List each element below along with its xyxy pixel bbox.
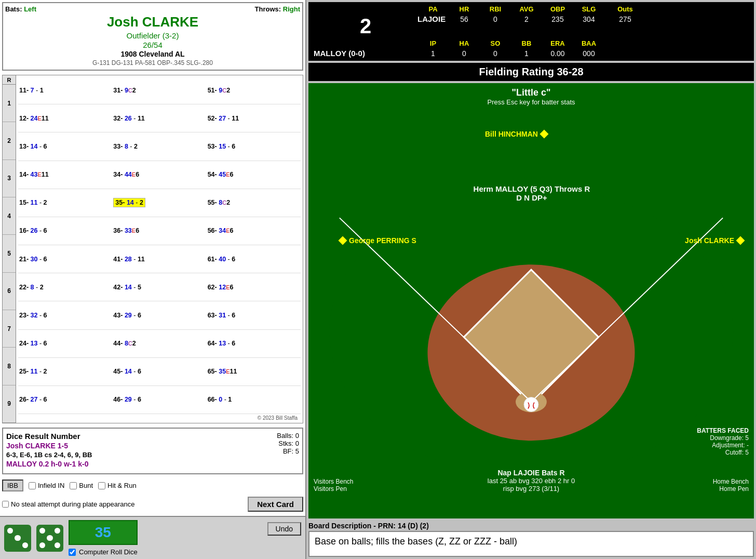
- board-description-area: Board Description - PRN: 14 (D) (2) Base…: [308, 521, 754, 557]
- little-c-title: "Little c" Press Esc key for batter stat…: [308, 87, 754, 106]
- header-obp: OBP: [542, 5, 573, 13]
- row-7: 7: [3, 310, 16, 348]
- dice-result-section: Dice Result Number Josh CLARKE 1-5 6-3, …: [2, 428, 303, 474]
- scoreboard-header: PA HR RBI AVG OBP SLG Outs: [314, 5, 749, 13]
- entry-21: 21- 30 - 6: [18, 256, 112, 263]
- stks-val: 0: [295, 440, 299, 447]
- hit-run-label[interactable]: Hit & Run: [98, 482, 137, 489]
- entry-66: 66- 0 - 1: [207, 396, 301, 403]
- row-1: 1: [3, 85, 16, 122]
- bats-label: Bats:: [5, 5, 22, 13]
- bf-label: BF:: [283, 447, 293, 455]
- row-8: 8: [3, 348, 16, 385]
- batter-rbi: 2: [511, 15, 542, 23]
- ibb-button[interactable]: IBB: [2, 480, 23, 491]
- throws-info: Throws: Right: [255, 5, 300, 13]
- entry-64: 64- 13 - 6: [207, 340, 301, 347]
- entry-35: 35- 14 - 2: [112, 199, 206, 206]
- batter-row: LAJOIE 56 0 2 235 304 275 2: [314, 15, 749, 38]
- rf-diamond: [736, 236, 745, 245]
- bats-info: Bats: Left: [5, 5, 36, 13]
- batter-info: Nap LAJOIE Bats R last 25 ab bvg 320 ebh…: [488, 469, 575, 493]
- batter-pa: 56: [449, 15, 480, 23]
- player-card: Bats: Left Throws: Right Josh CLARKE Out…: [2, 2, 303, 71]
- pitcher-ip: 1: [417, 49, 449, 58]
- row-5: 5: [3, 235, 16, 272]
- no-steal-label[interactable]: No steal attempt during plate appearance: [2, 500, 135, 508]
- no-steal-row: No steal attempt during plate appearance…: [2, 497, 303, 512]
- entry-43: 43- 29 - 6: [112, 312, 206, 319]
- card-row-11: 25- 11 - 2 45- 14 - 6 65- 35E11: [18, 358, 301, 386]
- entry-52: 52- 27 - 11: [207, 115, 301, 122]
- entry-46: 46- 29 - 6: [112, 396, 206, 403]
- card-row-4: 14- 43E11 34- 44E6 54- 45E6: [18, 161, 301, 189]
- batter-slg: 275: [604, 15, 646, 23]
- undo-button[interactable]: Undo: [267, 522, 301, 536]
- left-panel: Bats: Left Throws: Right Josh CLARKE Out…: [0, 0, 306, 559]
- dice-stats: Balls: 0 Stks: 0 BF: 5: [277, 432, 299, 455]
- dot-1: [7, 528, 13, 534]
- entry-32: 32- 26 - 11: [112, 115, 206, 122]
- infield-in-label[interactable]: Infield IN: [29, 482, 64, 489]
- dice-result-number: 35: [69, 520, 138, 545]
- ph-ha: HA: [449, 39, 480, 47]
- player-stats: G-131 DG-131 PA-581 OBP-.345 SLG-.280: [5, 59, 300, 66]
- field-container: "Little c" Press Esc key for batter stat…: [308, 83, 754, 518]
- balls-display: Balls: 0: [277, 432, 299, 440]
- balls-label: Balls:: [277, 432, 293, 440]
- hit-run-checkbox[interactable]: [98, 482, 105, 489]
- throws-value: Right: [283, 5, 300, 13]
- batter-hr: 0: [480, 15, 511, 23]
- entry-22: 22- 8 - 2: [18, 284, 112, 291]
- no-steal-checkbox[interactable]: [2, 501, 9, 508]
- outs-value: 2: [314, 15, 417, 38]
- scoreboard: PA HR RBI AVG OBP SLG Outs LAJOIE 56 0 2…: [308, 2, 754, 61]
- computer-roll-row: Computer Roll Dice: [69, 548, 138, 556]
- card-row-7: 21- 30 - 6 41- 28 - 11 61- 40 - 6: [18, 245, 301, 273]
- pitcher-row: MALLOY (0-0) 1 0 0 1 0.00 000: [314, 49, 749, 58]
- pitcher-ha: 0: [449, 49, 480, 58]
- header-slg: SLG: [573, 5, 604, 13]
- entry-15: 15- 11 - 2: [18, 199, 112, 206]
- bunt-label[interactable]: Bunt: [70, 482, 93, 489]
- board-description-label: Board Description - PRN: 14 (D) (2): [308, 522, 754, 530]
- entry-12: 12- 24E11: [18, 115, 112, 122]
- entry-24: 24- 13 - 6: [18, 340, 112, 347]
- stks-label: Stks:: [278, 440, 293, 447]
- dice-result-pitcher: MALLOY 0.2 h-0 w-1 k-0: [6, 460, 299, 468]
- entry-61: 61- 40 - 6: [207, 256, 301, 263]
- header-outs: Outs: [604, 5, 646, 13]
- dice-result-player: Josh CLARKE 1-5: [6, 442, 299, 450]
- card-data: 11- 7 - 1 31- 9C2 51- 9C2 12- 24E11 32- …: [16, 75, 303, 423]
- header-rbi: RBI: [480, 5, 511, 13]
- entry-55: 55- 8C2: [207, 199, 301, 206]
- ph-bb: BB: [511, 39, 542, 47]
- dot-2: [15, 535, 20, 541]
- entry-26: 26- 27 - 6: [18, 396, 112, 403]
- entry-65: 65- 35E11: [207, 368, 301, 375]
- infield-in-checkbox[interactable]: [29, 482, 36, 489]
- ph-baa: BAA: [573, 39, 604, 47]
- computer-roll-label: Computer Roll Dice: [79, 548, 138, 556]
- right-panel: PA HR RBI AVG OBP SLG Outs LAJOIE 56 0 2…: [306, 0, 756, 559]
- stks-display: Stks: 0: [277, 440, 299, 447]
- card-row-12: 26- 27 - 6 46- 29 - 6 66- 0 - 1: [18, 386, 301, 414]
- bunt-checkbox[interactable]: [70, 482, 77, 489]
- card-row-3: 13- 14 - 6 33- 8 - 2 53- 15 - 6: [18, 132, 301, 161]
- third-baseman: George PERRING S: [340, 236, 416, 245]
- balls-val: 0: [295, 432, 299, 440]
- dice-result-area: 35 Computer Roll Dice: [69, 520, 138, 556]
- controls-row: IBB Infield IN Bunt Hit & Run: [2, 480, 303, 491]
- board-description-box: Base on balls; fills the bases (Z, ZZ or…: [308, 531, 754, 557]
- player-position: Outfielder (3-2): [5, 31, 300, 40]
- entry-36: 36- 33E6: [112, 227, 206, 234]
- r-label: R: [3, 75, 16, 85]
- ph-era: ERA: [542, 39, 573, 47]
- next-card-button[interactable]: Next Card: [248, 497, 303, 512]
- pitcher-baa: 000: [573, 49, 604, 58]
- player-team: 1908 Cleveland AL: [5, 50, 300, 58]
- die-1: [4, 525, 31, 552]
- computer-roll-checkbox[interactable]: [69, 549, 76, 556]
- ph-so: SO: [480, 39, 511, 47]
- row-numbers: R 1 2 3 4 5 6 7 8 9: [3, 75, 16, 423]
